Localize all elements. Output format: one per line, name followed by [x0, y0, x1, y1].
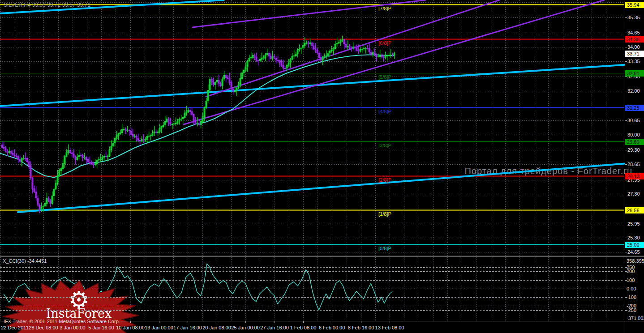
price-tick-label: 25.30 — [627, 235, 640, 240]
murrey-label-38P: [3/8]P — [378, 143, 391, 148]
indicator-scale-label: 100 — [627, 278, 635, 283]
indicator-scale-label: -100 — [627, 295, 636, 300]
time-tick-label: 27 Jan 16:00 — [260, 325, 289, 330]
indicator-scale-label: 200 — [627, 269, 635, 274]
price-badge-34.38: 34.38 — [625, 36, 644, 43]
price-badge-28.13: 28.13 — [625, 173, 644, 179]
price-tick-label: 35.35 — [627, 15, 640, 20]
price-badge-33.71: 33.71 — [625, 51, 644, 57]
indicator-scale-label: 358.395 — [627, 258, 644, 264]
price-badge-29.69: 29.69 — [625, 139, 644, 145]
murrey-label-08P: [0/8]P — [378, 246, 391, 251]
price-tick-label: 29.30 — [627, 147, 640, 153]
time-tick-label: 17 Jan 16:00 — [173, 325, 202, 330]
time-tick-label: 25 Jan 00:00 — [231, 325, 260, 330]
indicator-name-label: X_CCI(30) -34.4451 — [3, 258, 47, 264]
price-tick-label: 24.65 — [627, 249, 640, 255]
price-tick-label: 30.65 — [627, 118, 640, 123]
time-tick-label: 3 Jan 00:00 — [60, 325, 86, 330]
symbol-ohlc-title: SILVER,H4 33.59 33.72 33.57 33.71 — [4, 2, 90, 8]
time-tick-label: 13 Jan 00:00 — [145, 325, 173, 330]
time-tick-label: 6 Feb 00:00 — [319, 325, 345, 330]
time-tick-label: 5 Jan 16:00 — [88, 325, 114, 330]
indicator-scale-label: 0.00 — [627, 286, 636, 291]
price-tick-label: 25.95 — [627, 221, 640, 226]
price-tick-label: 27.30 — [627, 191, 640, 196]
murrey-label-18P: [1/8]P — [378, 211, 391, 217]
broker-name: IFX Trader, — [4, 319, 28, 324]
price-badge-32.81: 32.81 — [625, 70, 644, 77]
time-tick-label: 1 Feb 08:00 — [290, 325, 317, 330]
time-tick-label: 13 Feb 08:00 — [375, 325, 404, 330]
murrey-label-48P: [4/8]P — [378, 109, 391, 114]
time-tick-label: 8 Feb 16:00 — [348, 325, 374, 330]
price-tick-label: 33.35 — [627, 59, 640, 64]
murrey-label-68P: [6/8]P — [378, 40, 391, 46]
price-badge-25.00: 25.00 — [625, 242, 644, 248]
metaquotes-copyright: © 2001-2011 MetaQuotes Software Corp. — [28, 319, 120, 324]
mt4-chart-window: Портал для трейдеров - ForTrader.ru ⚙Ins… — [0, 0, 644, 333]
copyright-line: IFX Trader, © 2001-2011 MetaQuotes Softw… — [4, 319, 120, 324]
indicator-scale-label: -250 — [627, 307, 636, 313]
time-tick-label: 22 Dec 2011 — [1, 325, 29, 330]
price-tick-label: 34.00 — [627, 44, 640, 50]
murrey-label-28P: [2/8]P — [378, 177, 391, 183]
murrey-label-78P: [7/8]P — [378, 6, 391, 11]
price-tick-label: 28.65 — [627, 162, 640, 167]
price-badge-35.94: 35.94 — [625, 2, 644, 8]
indicator-scale-label: -371.002 — [627, 316, 644, 321]
time-tick-label: 28 Dec 08:00 — [29, 325, 58, 330]
price-tick-label: 32.00 — [627, 88, 640, 94]
price-tick-label: 34.65 — [627, 30, 640, 35]
price-tick-label: 30.00 — [627, 132, 640, 137]
murrey-label-58P: [5/8]P — [378, 74, 391, 80]
price-badge-26.56: 26.56 — [625, 207, 644, 213]
price-badge-31.25: 31.25 — [625, 105, 644, 111]
time-tick-label: 20 Jan 08:00 — [202, 325, 231, 330]
chart-canvas[interactable]: ⚙InstaForex — [0, 0, 644, 333]
time-tick-label: 10 Jan 08:00 — [116, 325, 145, 330]
